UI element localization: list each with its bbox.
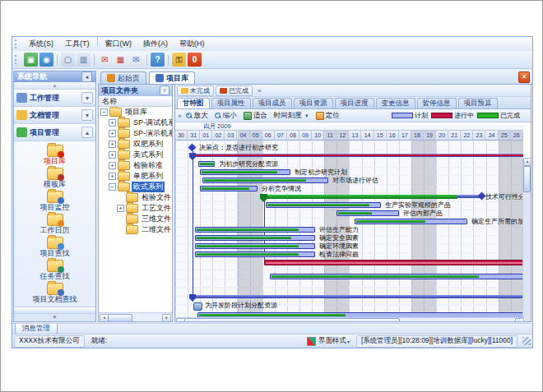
tree-expander-icon[interactable]: +	[109, 162, 116, 169]
tree-expander-icon[interactable]: −	[109, 183, 116, 191]
task-bar[interactable]	[336, 210, 399, 216]
tree-expander-icon[interactable]: +	[109, 130, 116, 137]
task-bar[interactable]	[266, 202, 381, 208]
tree-node-SP-演示机系[interactable]: +SP-演示机系	[99, 128, 172, 139]
sidebar-section-项目管理[interactable]: 项目管理▲	[14, 124, 95, 141]
tree-node-SP-调试机系[interactable]: +SP-调试机系	[99, 118, 172, 128]
filter-button-未完成[interactable]: 未完成	[177, 85, 214, 96]
chevron-icon[interactable]: ▲	[81, 127, 93, 138]
summary-bar[interactable]	[192, 295, 523, 298]
gantt-tab-项目属性[interactable]: 项目属性	[211, 98, 251, 108]
tree-expander-icon[interactable]: +	[109, 173, 116, 180]
task-bar[interactable]	[355, 219, 467, 224]
menu-item-0[interactable]: 系统(S)	[23, 37, 59, 51]
timescale-dropdown[interactable]: 时间刻度 ▼	[272, 110, 312, 122]
menu-item-4[interactable]: 帮助(H)	[174, 37, 211, 51]
task-bar[interactable]	[198, 161, 215, 167]
tree-node-检验标准[interactable]: +检验标准	[99, 160, 172, 171]
sidebar-scroll-down-strip[interactable]: ▼	[14, 313, 95, 321]
sidebar-collapse-button[interactable]: ◂	[81, 71, 92, 82]
chevron-icon[interactable]: ▼	[81, 109, 93, 121]
help-icon[interactable]: ?	[151, 53, 165, 67]
tree-expander-icon[interactable]: +	[109, 141, 116, 148]
tree-expander-icon[interactable]: −	[100, 108, 108, 116]
pin-icon[interactable]: ▿	[160, 85, 169, 95]
task-bar[interactable]	[200, 169, 290, 175]
lock-icon[interactable]: ⚿	[172, 53, 186, 67]
tree-node-单肥系列[interactable]: +单肥系列	[99, 171, 172, 182]
tree-node-美式系列[interactable]: +美式系列	[99, 150, 172, 160]
sidebar-item-任务查找[interactable]: 任务查找	[17, 259, 93, 282]
calendar-icon[interactable]: ▦	[114, 53, 128, 67]
task-bar[interactable]	[195, 243, 315, 249]
tree-node-检验文件[interactable]: 检验文件	[99, 192, 172, 203]
close-tab-button[interactable]: ✕	[518, 71, 530, 83]
milestone-diamond[interactable]	[188, 144, 197, 152]
tree-node-工艺文件[interactable]: +工艺文件	[99, 203, 172, 214]
logout-icon[interactable]: 0	[188, 53, 202, 67]
sidebar-item-模板库[interactable]: 模板库	[17, 167, 93, 190]
sidebar-item-项目文档查找[interactable]: 项目文档查找	[17, 282, 93, 305]
menu-item-2[interactable]: 窗口(W)	[100, 37, 138, 51]
menu-item-3[interactable]: 插件(A)	[137, 37, 174, 51]
interface-style-dropdown[interactable]: 界面样式 ▾	[303, 336, 354, 347]
summary-done-bar[interactable]	[263, 195, 457, 199]
tree-expander-icon[interactable]: +	[117, 205, 124, 212]
scroll-right-icon[interactable]: ▸	[515, 318, 524, 322]
sidebar-section-文档管理[interactable]: 文档管理▼	[14, 107, 95, 124]
tree-node-三维文件[interactable]: 三维文件	[99, 214, 172, 224]
task-note-icon[interactable]	[193, 302, 202, 311]
sidebar-item-项目监控[interactable]: 项目监控	[17, 190, 93, 213]
task-bar[interactable]	[200, 186, 258, 191]
resize-grip[interactable]	[522, 337, 531, 345]
tree-horizontal-scrollbar[interactable]: ◂ ▸	[99, 312, 172, 321]
gantt-tab-项目进度[interactable]: 项目进度	[335, 98, 374, 108]
fit-button[interactable]: 适合	[241, 110, 270, 122]
gantt-horizontal-scrollbar[interactable]: ◂ ▸	[175, 317, 525, 322]
zoom-in-button[interactable]: + 放大	[183, 110, 211, 122]
chevron-icon[interactable]: ▼	[81, 92, 93, 104]
locate-button[interactable]: 定位	[313, 110, 342, 122]
inprogress-bar[interactable]	[264, 260, 523, 265]
filter-overflow-chevron[interactable]: »	[258, 87, 261, 95]
tree-expander-icon[interactable]: +	[109, 119, 116, 127]
task-bar[interactable]	[195, 251, 315, 257]
task-bar[interactable]	[202, 178, 328, 183]
zoom-out-button[interactable]: − 缩小	[212, 110, 239, 122]
gantt-tab-项目资源[interactable]: 项目资源	[294, 98, 333, 108]
sidebar-item-项目查找[interactable]: 项目查找	[17, 236, 93, 259]
sidebar-item-项目库[interactable]: 项目库	[17, 144, 93, 167]
filter-button-已完成[interactable]: 已完成	[216, 85, 253, 96]
gantt-tab-项目成员[interactable]: 项目成员	[253, 98, 292, 108]
sidebar-partial-section[interactable]	[14, 307, 95, 313]
sidebar-item-工作日历[interactable]: 工作日历	[17, 213, 93, 236]
gantt-vertical-scrollbar[interactable]: ▴ ▾	[522, 158, 531, 322]
toolbar-overflow-chevron[interactable]: »	[178, 112, 182, 120]
new-window-icon[interactable]: ▢	[61, 53, 75, 67]
task-bar[interactable]	[195, 227, 315, 233]
summary-bar[interactable]	[192, 154, 523, 157]
gantt-tab-项目预算[interactable]: 项目预算	[458, 98, 498, 108]
sidebar-scroll-up-strip[interactable]: ▲	[14, 82, 95, 90]
tree-column-header[interactable]: 名称	[99, 96, 172, 107]
tree-node-项目库[interactable]: −项目库	[99, 107, 172, 118]
task-bar[interactable]	[270, 274, 523, 279]
tree-expander-icon[interactable]: +	[109, 151, 116, 159]
network-icon[interactable]: ◉	[39, 53, 53, 67]
sidebar-section-工作管理[interactable]: 工作管理▼	[14, 90, 95, 107]
menu-item-1[interactable]: 工具(T)	[59, 37, 95, 51]
gantt-tab-暂停信息[interactable]: 暂停信息	[417, 98, 457, 108]
doc-tab-项目库[interactable]: 项目库	[149, 71, 195, 84]
scroll-right-icon[interactable]: ▸	[162, 314, 171, 322]
doc-tab-起始页[interactable]: 起始页	[100, 71, 146, 84]
system-icon[interactable]: ▣	[24, 53, 38, 67]
message-icon[interactable]: ✉	[129, 53, 143, 67]
cascade-window-icon[interactable]: ▥	[77, 53, 90, 67]
gantt-tab-甘特图[interactable]: 甘特图	[177, 98, 210, 108]
tree-node-欧式系列[interactable]: −欧式系列	[99, 182, 172, 192]
task-bar[interactable]	[195, 235, 315, 241]
scroll-up-icon[interactable]: ▴	[523, 158, 531, 166]
gantt-tab-变更信息[interactable]: 变更信息	[376, 98, 415, 108]
tree-node-双肥系列[interactable]: +双肥系列	[99, 139, 172, 150]
tree-node-二维文件[interactable]: 二维文件	[99, 224, 172, 235]
